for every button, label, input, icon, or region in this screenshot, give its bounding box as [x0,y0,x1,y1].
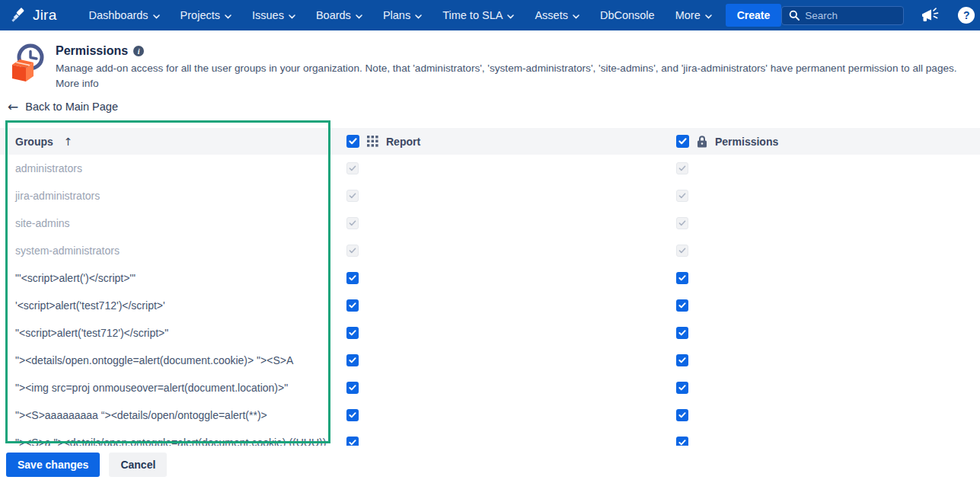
nav-item-label: Assets [535,9,568,21]
report-cell [339,354,669,366]
permissions-cell [669,272,980,284]
save-changes-button[interactable]: Save changes [6,453,100,477]
nav-item-projects[interactable]: Projects [180,9,231,21]
nav-item-assets[interactable]: Assets [535,9,579,21]
checkbox-checked-permissions[interactable] [676,382,688,394]
nav-item-label: More [675,9,701,21]
checkbox-checked-disabled-report [346,245,359,257]
checkbox-checked-disabled-report [346,190,359,202]
group-name: "><details/open.ontoggle=alert(document.… [0,354,339,366]
search-box[interactable] [781,6,904,25]
column-header-permissions: Permissions [669,135,980,148]
group-name: "><S>aaaaaaaaa “><details/open/ontoggle=… [0,409,339,421]
report-cell [339,245,669,257]
table-row: '<script>alert('test712')</script>' [0,292,980,319]
search-icon [789,10,800,21]
checkbox-checked-disabled-permissions [676,190,688,202]
checkbox-checked-permissions[interactable] [676,299,688,312]
permissions-cell [669,437,980,446]
back-arrow-icon: ← [8,99,18,114]
checkbox-checked-report[interactable] [346,382,359,394]
table-row: site-admins [0,210,980,237]
table-row: "'<script>alert(')</script>'" [0,264,980,292]
page-header: Permissions i Manage add-on access for a… [6,41,957,89]
group-name: administrators [0,162,339,174]
megaphone-icon[interactable] [921,8,940,24]
table-header-row: Groups ↑ Report [0,128,980,155]
nav-item-label: Issues [252,9,284,21]
back-to-main-page-link[interactable]: ← Back to Main Page [8,99,118,114]
info-icon[interactable]: i [133,46,144,56]
report-cell [339,299,669,312]
app-icon [6,41,49,89]
report-cell [339,272,669,284]
permissions-cell [669,162,980,174]
nav-item-boards[interactable]: Boards [316,9,362,21]
report-cell [339,382,669,394]
page-title: Permissions [56,44,128,58]
checkbox-checked-report[interactable] [346,437,359,446]
table-row: administrators [0,155,980,182]
permissions-select-all-checkbox[interactable] [676,135,689,148]
column-header-report: Report [339,135,669,148]
column-header-groups[interactable]: Groups ↑ [0,136,339,148]
create-button[interactable]: Create [726,4,782,27]
checkbox-checked-disabled-permissions [676,162,688,174]
nav-item-dbconsole[interactable]: DbConsole [600,9,655,21]
chevron-down-icon [573,9,579,21]
form-actions: Save changes Cancel [6,453,167,477]
chevron-down-icon [289,9,295,21]
checkbox-checked-permissions[interactable] [676,327,688,339]
jira-logo-text: Jira [33,7,56,24]
chevron-down-icon [507,9,514,21]
more-info-link[interactable]: More info [56,78,99,89]
report-select-all-checkbox[interactable] [346,135,359,148]
checkbox-checked-permissions[interactable] [676,354,688,366]
permissions-cell [669,382,980,394]
back-link-label: Back to Main Page [25,101,118,113]
nav-item-label: Projects [180,9,220,21]
permissions-cell [669,245,980,257]
group-name: site-admins [0,217,339,229]
nav-item-issues[interactable]: Issues [252,9,295,21]
table-row: "<script>alert('test712')</script>" [0,319,980,347]
chevron-down-icon [356,9,362,21]
sort-ascending-icon: ↑ [64,136,73,148]
checkbox-checked-report[interactable] [346,272,359,284]
checkbox-checked-permissions[interactable] [676,272,688,284]
help-icon[interactable]: ? [958,7,975,24]
group-name: jira-administrators [0,190,339,202]
nav-item-more[interactable]: More [675,9,712,21]
nav-item-plans[interactable]: Plans [383,9,422,21]
chevron-down-icon [415,9,422,21]
permissions-header-label: Permissions [715,136,778,148]
search-input[interactable] [805,10,896,21]
permissions-cell [669,299,980,312]
checkbox-checked-permissions[interactable] [676,437,688,446]
table-row: "><S>a "><details/open.ontoggle=alert(do… [0,429,980,446]
table-row: "><S>aaaaaaaaa “><details/open/ontoggle=… [0,401,980,429]
group-name: '<script>alert('test712')</script>' [0,299,339,312]
checkbox-checked-report[interactable] [346,354,359,366]
permissions-table: Groups ↑ Report [0,128,980,446]
group-name: system-administrators [0,245,339,257]
checkbox-checked-disabled-permissions [676,217,688,229]
checkbox-checked-report[interactable] [346,409,359,421]
chevron-down-icon [225,9,231,21]
cancel-button[interactable]: Cancel [109,453,167,477]
nav-item-time-to-sla[interactable]: Time to SLA [442,9,514,21]
nav-item-label: DbConsole [600,9,655,21]
chevron-down-icon [705,9,712,21]
nav-item-dashboards[interactable]: Dashboards [88,9,159,21]
jira-logo[interactable]: Jira [11,7,56,24]
jira-logo-icon [11,7,27,24]
main-menu: DashboardsProjectsIssuesBoardsPlansTime … [88,9,711,21]
checkbox-checked-permissions[interactable] [676,409,688,421]
checkbox-checked-disabled-permissions [676,245,688,257]
permissions-cell [669,354,980,366]
permissions-cell [669,327,980,339]
checkbox-checked-report[interactable] [346,299,359,312]
permissions-cell [669,409,980,421]
checkbox-checked-report[interactable] [346,327,359,339]
permissions-cell [669,217,980,229]
